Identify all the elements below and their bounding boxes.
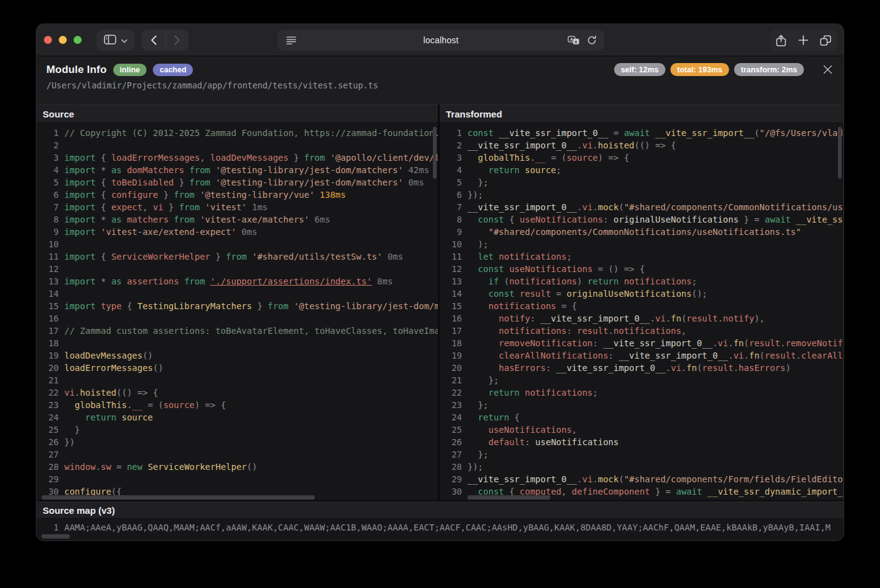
code-line: 15import type { TestingLibraryMatchers }…	[41, 300, 438, 312]
code-panels: Source 1// Copyright (C) 2012-2025 Zamma…	[36, 104, 844, 501]
code-line: 23 };	[445, 399, 843, 411]
code-line: 14	[41, 288, 438, 300]
cached-badge: cached	[153, 64, 193, 76]
line-number: 10	[445, 238, 462, 250]
browser-toolbar: localhost Ax	[36, 24, 844, 56]
line-number: 13	[445, 275, 462, 288]
transformed-horizontal-scrollbar[interactable]	[468, 495, 550, 500]
new-tab-button[interactable]	[792, 30, 814, 51]
code-line: 1AAMA;AAeA,yBAAG,QAAQ,MAAM;AACf,aAAW,KAA…	[41, 521, 844, 534]
close-window-button[interactable]	[44, 36, 52, 44]
code-line: 23 globalThis.__ = (source) => {	[41, 399, 438, 411]
code-line: 20loadErrorMessages()	[41, 362, 438, 374]
line-number: 11	[41, 250, 59, 263]
line-number: 7	[41, 201, 59, 213]
reader-icon[interactable]	[286, 36, 296, 47]
line-number: 18	[445, 337, 462, 349]
code-line: 10 );	[445, 238, 843, 250]
tab-overview-button[interactable]	[814, 30, 837, 51]
code-line: 8 const { useNotifications: originalUseN…	[445, 213, 843, 226]
code-line: 4import * as domMatchers from '@testing-…	[41, 164, 438, 176]
code-line: 25 }	[41, 424, 438, 436]
code-line: 20 hasErrors: __vite_ssr_import_0__.vi.f…	[445, 362, 843, 374]
transformed-panel-title: Transformed	[440, 104, 843, 123]
source-panel-title: Source	[36, 104, 438, 123]
code-line: 13 if (notifications) return notificatio…	[445, 275, 843, 288]
close-icon[interactable]	[821, 64, 834, 76]
translate-icon[interactable]: Ax	[568, 36, 579, 48]
source-map-title: Source map (v3)	[36, 501, 844, 519]
code-line: 25 useNotifications,	[445, 424, 843, 436]
line-number: 7	[445, 201, 462, 213]
line-number: 14	[445, 288, 462, 300]
line-number: 2	[41, 139, 59, 151]
line-number: 18	[41, 337, 59, 349]
code-line: 3import { loadErrorMessages, loadDevMess…	[41, 151, 438, 164]
traffic-lights	[44, 36, 82, 44]
code-line: 18 removeNotification: __vite_ssr_import…	[445, 337, 843, 349]
source-panel: Source 1// Copyright (C) 2012-2025 Zamma…	[36, 104, 440, 501]
file-link[interactable]: './support/assertions/index.ts'	[210, 276, 372, 286]
line-number: 6	[41, 189, 59, 201]
line-number: 20	[445, 362, 462, 374]
minimize-window-button[interactable]	[59, 36, 67, 44]
toolbar-right-buttons	[769, 30, 837, 51]
code-line: 15 notifications = {	[445, 300, 843, 312]
source-map-horizontal-scrollbar[interactable]	[41, 534, 70, 539]
chevron-down-icon	[121, 36, 127, 45]
browser-window: localhost Ax Module Inf	[36, 23, 844, 541]
line-number: 22	[41, 386, 59, 399]
line-number: 10	[41, 238, 59, 250]
line-number: 9	[41, 226, 59, 238]
code-line: 7import { expect, vi } from 'vitest' 1ms	[41, 201, 438, 213]
reload-icon[interactable]	[587, 35, 597, 48]
line-number: 27	[445, 448, 462, 461]
code-line: 16	[41, 312, 438, 325]
line-number: 14	[41, 288, 59, 300]
source-map-section: Source map (v3) 1AAMA;AAeA,yBAAG,QAAQ,MA…	[36, 500, 844, 540]
transformed-code-view[interactable]: 1const __vite_ssr_import_0__ = await __v…	[440, 123, 843, 501]
line-number: 5	[445, 176, 462, 189]
page-title: Module Info	[46, 64, 107, 76]
code-line: 17 notifications: result.notifications,	[445, 325, 843, 337]
code-line: 26 default: useNotifications	[445, 436, 843, 448]
code-line: 1const __vite_ssr_import_0__ = await __v…	[445, 127, 843, 139]
forward-button[interactable]	[166, 30, 189, 51]
navigation-buttons	[142, 30, 189, 51]
svg-text:x: x	[575, 39, 577, 43]
source-code-view[interactable]: 1// Copyright (C) 2012-2025 Zammad Found…	[36, 123, 438, 501]
self-time-badge: self: 12ms	[614, 63, 665, 76]
source-map-view[interactable]: 1AAMA;AAeA,yBAAG,QAAQ,MAAM;AACf,aAAW,KAA…	[36, 519, 844, 540]
line-number: 21	[445, 374, 462, 386]
code-line: 9 "#shared/components/CommonNotification…	[445, 226, 843, 238]
line-number: 27	[41, 448, 59, 461]
line-number: 23	[41, 399, 59, 411]
line-number: 26	[445, 436, 462, 448]
code-line: 12 const useNotifications = () => {	[445, 263, 843, 275]
share-button[interactable]	[770, 30, 792, 51]
code-line: 16 notify: __vite_ssr_import_0__.vi.fn(r…	[445, 312, 843, 325]
transformed-vertical-scrollbar[interactable]	[838, 127, 842, 179]
line-number: 19	[445, 349, 462, 362]
code-line: 7__vite_ssr_import_0__.vi.mock("#shared/…	[445, 201, 843, 213]
sidebar-toggle-button[interactable]	[96, 30, 135, 51]
code-line: 9import 'vitest-axe/extend-expect' 0ms	[41, 226, 438, 238]
code-line: 27 };	[445, 448, 843, 461]
zoom-window-button[interactable]	[74, 36, 82, 44]
source-vertical-scrollbar[interactable]	[433, 127, 437, 179]
address-bar[interactable]: localhost Ax	[278, 30, 604, 51]
code-line: 18	[41, 337, 438, 349]
line-number: 15	[41, 300, 59, 312]
code-line: 10	[41, 238, 438, 250]
code-line: 29__vite_ssr_import_0__.vi.mock("#shared…	[445, 473, 843, 485]
back-button[interactable]	[142, 30, 165, 51]
line-number: 16	[445, 312, 462, 325]
line-number: 28	[445, 461, 462, 473]
line-number: 20	[41, 362, 59, 374]
code-line: 6});	[445, 189, 843, 201]
source-horizontal-scrollbar[interactable]	[41, 495, 315, 500]
url-text: localhost	[423, 35, 458, 45]
inline-badge: inline	[113, 64, 147, 76]
code-line: 11 let notifications;	[445, 250, 843, 263]
line-number: 1	[41, 127, 59, 139]
